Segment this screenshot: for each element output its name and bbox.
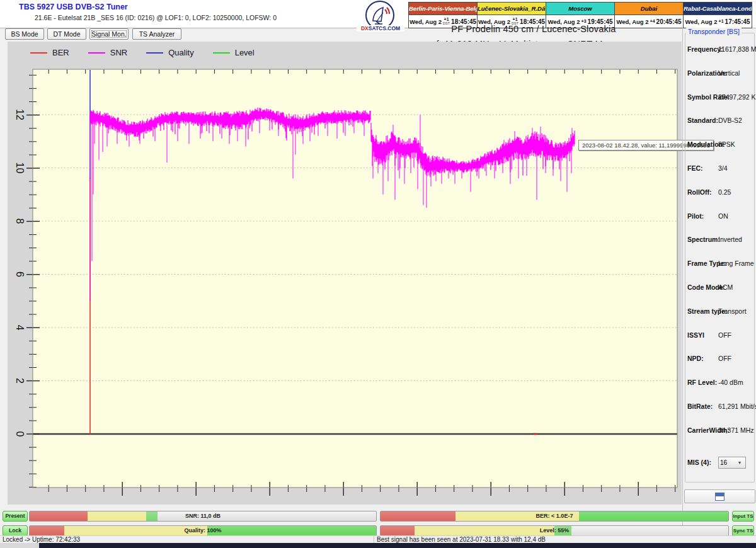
y-tick-label: 2 [14, 378, 25, 384]
window-stack-icon [715, 493, 724, 501]
ber-blip [534, 433, 537, 435]
input-ts-button[interactable]: Input TS [732, 511, 754, 522]
tab-ts-analyzer-ok-[interactable]: TS Analyzer (OK) [132, 28, 181, 40]
status-best-signal: Best signal has been seen at 2023-07-31 … [377, 536, 546, 543]
field-value: ACM [718, 283, 733, 291]
y-tick-label: 10 [14, 163, 25, 174]
field-value: 8PSK [718, 140, 735, 148]
field-value: DVB-S2 [718, 117, 742, 124]
clock-city: Moscow [546, 3, 614, 15]
taskbar-corner [0, 543, 39, 548]
tuner-subtitle: 21.6E - Eutelsat 21B _SES 16 (ID: 0216) … [35, 14, 277, 21]
status-lock-uptime: Locked -> Uptime: 72:42:33 [3, 536, 80, 543]
field-label: ISSYI [687, 331, 704, 339]
tab-bs-mode[interactable]: BS Mode [5, 28, 44, 40]
level-progressbar: Level: 55% [380, 525, 729, 536]
field-value: OFF [718, 355, 731, 362]
field-value: Vertical [718, 69, 740, 77]
mis-dropdown[interactable]: 16 [718, 457, 746, 469]
y-tick-label: 0 [14, 431, 25, 437]
field-value: 11617,838 MHz [718, 45, 756, 53]
field-value: OFF [718, 331, 731, 339]
sidebar-divider [682, 28, 683, 535]
bar-label: Quality: 100% [30, 526, 376, 535]
present-button[interactable]: Present [3, 511, 28, 522]
app-window: TBS 5927 USB DVB-S2 Tuner 21.6E - Eutels… [0, 0, 756, 548]
tab-signal-mon-[interactable]: Signal Mon. [89, 28, 129, 40]
field-value: 0.25 [718, 188, 731, 196]
mis-label: MIS (4): [687, 459, 711, 466]
field-value: 3/4 [718, 164, 728, 172]
field-label: Pilot: [687, 212, 704, 220]
field-label: NPD: [687, 355, 704, 362]
field-value: 34,371 MHz [718, 426, 754, 434]
ber-progressbar: BER: < 1.0E-7 [380, 511, 729, 522]
y-tick-label: 4 [14, 325, 25, 331]
clock-city: Dubai [615, 3, 683, 15]
snr-progressbar: SNR: 11,0 dB [29, 511, 377, 522]
field-label: RollOff: [687, 188, 712, 196]
field-label: FEC: [687, 164, 703, 172]
sync-ts-button[interactable]: Sync TS [732, 525, 754, 536]
bar-label: BER: < 1.0E-7 [381, 511, 728, 521]
taskbar-edge [39, 543, 756, 548]
field-label: RF Level: [687, 379, 717, 386]
field-label: BitRate: [687, 402, 713, 410]
field-label: Standard: [687, 117, 718, 124]
clock-city: Lučenec-Slovakia_R.Dávid [478, 3, 546, 15]
y-tick-label: 12 [14, 109, 25, 120]
clock-city: Rabat-Casablanca-London [684, 3, 752, 15]
y-tick-label: 6 [14, 271, 25, 277]
clock-city: Berlin-Paris-Vienna-Belgrade [409, 3, 477, 15]
bar-label: Level: 55% [381, 526, 728, 535]
transponder-groupbox-title: Transponder [BS] [686, 28, 742, 35]
field-value: ON [718, 212, 728, 220]
field-label: Spectrum: [687, 236, 720, 243]
statusbar-divider [374, 536, 374, 543]
quality-progressbar: Quality: 100% [29, 525, 377, 536]
y-tick-label: 8 [14, 219, 25, 224]
field-value: Inverted [718, 236, 742, 243]
field-value: Long Frame [718, 260, 754, 267]
field-value: Transport [718, 307, 747, 315]
field-value: -40 dBm [718, 379, 743, 386]
window-title: TBS 5927 USB DVB-S2 Tuner [19, 3, 128, 11]
field-value: 61,291 Mbit/s [718, 402, 756, 410]
bar-label: SNR: 11,0 dB [30, 511, 376, 521]
signal-monitor-chart[interactable]: 024681012 [8, 42, 682, 505]
lock-button[interactable]: Lock [3, 525, 28, 536]
ts-buffer-button[interactable] [684, 489, 755, 503]
tab-dt-mode[interactable]: DT Mode [47, 28, 86, 40]
field-value: 27497,292 KS/s [718, 93, 756, 101]
